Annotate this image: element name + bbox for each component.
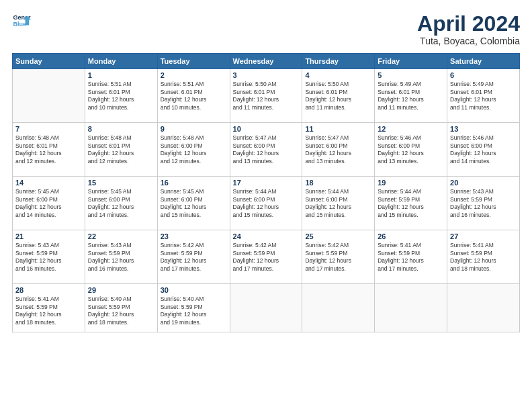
cell-text-line: Sunset: 5:59 PM: [305, 250, 371, 257]
cell-text-line: Daylight: 12 hours: [450, 150, 517, 157]
cell-text-line: Sunrise: 5:40 AM: [161, 295, 227, 303]
day-number: 13: [450, 125, 517, 133]
cell-text-line: Sunset: 6:00 PM: [15, 196, 82, 203]
cell-text-line: and 16 minutes.: [88, 265, 154, 273]
cell-text-line: and 15 minutes.: [161, 212, 227, 219]
day-cell: 21Sunrise: 5:43 AMSunset: 5:59 PMDayligh…: [13, 230, 85, 284]
cell-text-line: Sunrise: 5:45 AM: [15, 188, 82, 195]
cell-text-line: Daylight: 12 hours: [88, 203, 154, 211]
cell-text-line: Sunrise: 5:41 AM: [450, 242, 517, 249]
cell-text-line: Sunrise: 5:45 AM: [88, 188, 154, 195]
header-wednesday: Wednesday: [230, 54, 302, 69]
title-block: April 2024 Tuta, Boyaca, Colombia: [417, 12, 520, 46]
cell-text-line: and 11 minutes.: [305, 104, 371, 111]
cell-text-line: Sunset: 6:00 PM: [161, 142, 227, 150]
header: General Blue April 2024 Tuta, Boyaca, Co…: [12, 12, 520, 46]
header-tuesday: Tuesday: [157, 54, 230, 69]
cell-text-line: and 14 minutes.: [88, 212, 154, 219]
day-cell: 16Sunrise: 5:45 AMSunset: 6:00 PMDayligh…: [157, 177, 230, 230]
day-cell: 5Sunrise: 5:49 AMSunset: 6:01 PMDaylight…: [375, 69, 447, 123]
cell-text-line: Sunrise: 5:48 AM: [88, 134, 154, 142]
cell-text-line: Sunrise: 5:47 AM: [233, 134, 300, 142]
cell-text-line: and 10 minutes.: [161, 104, 227, 111]
day-number: 7: [15, 125, 82, 133]
cell-text-line: Sunset: 6:01 PM: [88, 142, 154, 150]
day-number: 28: [15, 286, 82, 294]
cell-text-line: Daylight: 12 hours: [161, 257, 227, 265]
cell-text-line: and 11 minutes.: [378, 104, 444, 111]
logo: General Blue: [12, 12, 31, 31]
day-number: 19: [378, 179, 444, 187]
month-title: April 2024: [417, 12, 520, 36]
week-row-3: 14Sunrise: 5:45 AMSunset: 6:00 PMDayligh…: [13, 177, 520, 230]
cell-text-line: and 12 minutes.: [88, 158, 154, 165]
calendar-table: Sunday Monday Tuesday Wednesday Thursday…: [12, 53, 520, 332]
cell-text-line: Sunset: 6:00 PM: [378, 142, 444, 150]
day-cell: 17Sunrise: 5:44 AMSunset: 6:00 PMDayligh…: [230, 177, 302, 230]
cell-text-line: and 14 minutes.: [15, 212, 82, 219]
day-number: 4: [305, 71, 371, 79]
cell-text-line: and 19 minutes.: [161, 319, 227, 326]
cell-text-line: Sunset: 6:01 PM: [378, 89, 444, 96]
day-cell: 26Sunrise: 5:41 AMSunset: 5:59 PMDayligh…: [375, 230, 447, 284]
cell-text-line: and 15 minutes.: [233, 212, 300, 219]
cell-text-line: Sunset: 6:00 PM: [88, 196, 154, 203]
cell-text-line: Sunrise: 5:44 AM: [305, 188, 371, 195]
day-cell: [302, 284, 375, 332]
cell-text-line: Sunset: 5:59 PM: [161, 250, 227, 257]
cell-text-line: Daylight: 12 hours: [15, 257, 82, 265]
cell-text-line: and 10 minutes.: [88, 104, 154, 111]
cell-text-line: Sunset: 6:01 PM: [15, 142, 82, 150]
cell-text-line: Sunset: 6:00 PM: [233, 142, 300, 150]
cell-text-line: Sunset: 6:00 PM: [233, 196, 300, 203]
day-number: 14: [15, 179, 82, 187]
day-number: 15: [88, 179, 154, 187]
day-cell: 4Sunrise: 5:50 AMSunset: 6:01 PMDaylight…: [302, 69, 375, 123]
day-cell: 30Sunrise: 5:40 AMSunset: 5:59 PMDayligh…: [157, 284, 230, 332]
day-cell: 8Sunrise: 5:48 AMSunset: 6:01 PMDaylight…: [85, 123, 157, 177]
cell-text-line: Sunrise: 5:42 AM: [305, 242, 371, 249]
cell-text-line: Sunset: 6:00 PM: [305, 196, 371, 203]
cell-text-line: Sunset: 6:00 PM: [161, 196, 227, 203]
day-cell: [230, 284, 302, 332]
svg-text:Blue: Blue: [13, 21, 26, 28]
cell-text-line: Daylight: 12 hours: [161, 150, 227, 157]
day-cell: 13Sunrise: 5:46 AMSunset: 6:00 PMDayligh…: [447, 123, 520, 177]
cell-text-line: Daylight: 12 hours: [88, 150, 154, 157]
week-row-4: 21Sunrise: 5:43 AMSunset: 5:59 PMDayligh…: [13, 230, 520, 284]
day-number: 22: [88, 232, 154, 240]
logo-icon: General Blue: [12, 12, 31, 31]
cell-text-line: Sunrise: 5:49 AM: [450, 81, 517, 88]
day-number: 10: [233, 125, 300, 133]
cell-text-line: Daylight: 12 hours: [378, 96, 444, 103]
cell-text-line: and 13 minutes.: [378, 158, 444, 165]
day-number: 2: [161, 71, 227, 79]
cell-text-line: Sunset: 6:01 PM: [161, 89, 227, 96]
cell-text-line: and 17 minutes.: [233, 265, 300, 273]
cell-text-line: Daylight: 12 hours: [233, 150, 300, 157]
day-cell: 19Sunrise: 5:44 AMSunset: 5:59 PMDayligh…: [375, 177, 447, 230]
day-number: 8: [88, 125, 154, 133]
cell-text-line: Sunrise: 5:48 AM: [161, 134, 227, 142]
location-subtitle: Tuta, Boyaca, Colombia: [417, 36, 520, 46]
cell-text-line: and 18 minutes.: [450, 265, 517, 273]
cell-text-line: Sunrise: 5:50 AM: [305, 81, 371, 88]
day-cell: 15Sunrise: 5:45 AMSunset: 6:00 PMDayligh…: [85, 177, 157, 230]
cell-text-line: Daylight: 12 hours: [305, 257, 371, 265]
day-number: 12: [378, 125, 444, 133]
cell-text-line: Sunrise: 5:43 AM: [450, 188, 517, 195]
cell-text-line: Sunset: 5:59 PM: [88, 250, 154, 257]
cell-text-line: Sunrise: 5:41 AM: [378, 242, 444, 249]
cell-text-line: Daylight: 12 hours: [88, 311, 154, 318]
cell-text-line: Daylight: 12 hours: [233, 257, 300, 265]
day-number: 30: [161, 286, 227, 294]
cell-text-line: Sunrise: 5:44 AM: [378, 188, 444, 195]
cell-text-line: and 15 minutes.: [305, 212, 371, 219]
cell-text-line: Daylight: 12 hours: [305, 150, 371, 157]
header-row: Sunday Monday Tuesday Wednesday Thursday…: [13, 54, 520, 69]
cell-text-line: Sunset: 5:59 PM: [450, 196, 517, 203]
cell-text-line: Daylight: 12 hours: [15, 203, 82, 211]
cell-text-line: Sunset: 6:01 PM: [233, 89, 300, 96]
week-row-2: 7Sunrise: 5:48 AMSunset: 6:01 PMDaylight…: [13, 123, 520, 177]
cell-text-line: Sunset: 5:59 PM: [450, 250, 517, 257]
